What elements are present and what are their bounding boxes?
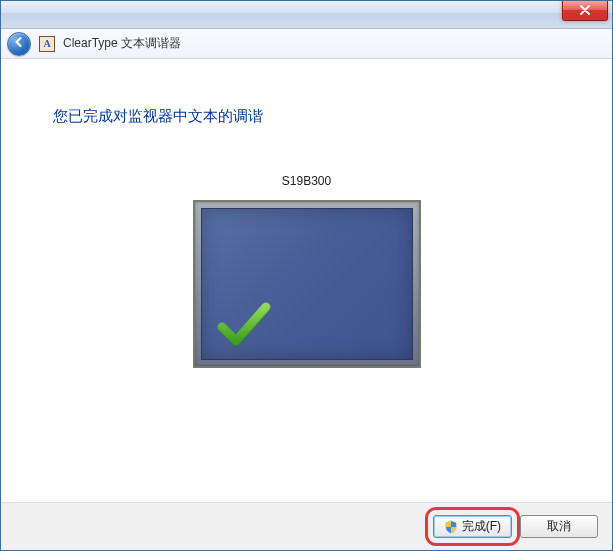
app-icon: A (39, 36, 55, 52)
close-icon (579, 4, 591, 18)
checkmark-icon (216, 301, 272, 349)
dialog-window: A ClearType 文本调谐器 您已完成对监视器中文本的调谐 S19B300 (0, 0, 613, 551)
window-title: ClearType 文本调谐器 (63, 35, 181, 52)
page-heading: 您已完成对监视器中文本的调谐 (53, 107, 560, 126)
monitor-screen (201, 208, 413, 360)
arrow-left-icon (13, 36, 25, 51)
nav-bar: A ClearType 文本调谐器 (1, 29, 612, 59)
finish-button[interactable]: 完成(F) (433, 515, 512, 538)
titlebar (1, 1, 612, 29)
shield-icon (444, 520, 458, 534)
cancel-button[interactable]: 取消 (520, 515, 598, 538)
content-area: 您已完成对监视器中文本的调谐 S19B300 (1, 59, 612, 502)
close-button[interactable] (562, 1, 608, 21)
monitor-preview: S19B300 (53, 174, 560, 368)
monitor-name: S19B300 (282, 174, 331, 188)
button-row: 完成(F) 取消 (1, 502, 612, 550)
cancel-button-label: 取消 (547, 518, 571, 535)
finish-button-label: 完成(F) (462, 518, 501, 535)
back-button[interactable] (7, 32, 31, 56)
monitor-frame (193, 200, 421, 368)
